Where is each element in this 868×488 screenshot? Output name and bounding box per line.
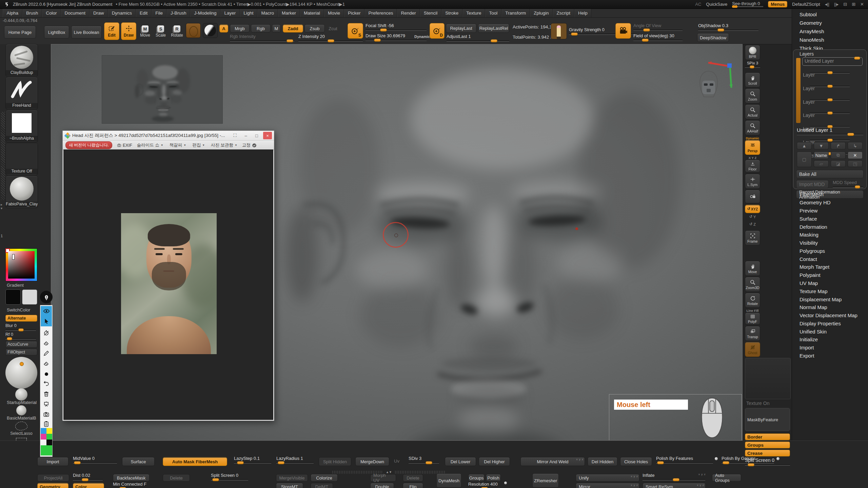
swatch-magenta[interactable] [41, 434, 46, 440]
deep-shadow-button[interactable]: DeepShadow [697, 33, 729, 42]
zadd-button[interactable]: Zadd [283, 24, 303, 33]
swatch-black[interactable] [46, 440, 52, 445]
lazyradius-handle[interactable] [278, 461, 284, 464]
morph-uv-button[interactable]: Morph UV [370, 474, 396, 482]
lazyradius-slider[interactable]: LazyRadius 1 [276, 456, 314, 464]
ref-window-titlebar[interactable]: Head 사진 레퍼런스 > 49217dd52f7d7b542151af3f2… [63, 131, 274, 141]
double-button[interactable]: Double [370, 483, 394, 488]
layer-intensity-handle[interactable] [827, 139, 833, 142]
min-connected-slider[interactable]: Min Connected F [113, 482, 150, 488]
project-all-button[interactable]: ProjectAll [37, 474, 69, 482]
z-intensity-handle[interactable] [328, 39, 334, 42]
palette-list-item[interactable]: Displacement Map [792, 295, 868, 303]
menu-item[interactable]: Picker [344, 9, 365, 17]
layer-name-button[interactable]: Name [814, 151, 829, 159]
rgb-intensity-slider[interactable]: Rgb Intensity [230, 34, 294, 42]
startup-material-label[interactable]: StartupMaterial [5, 400, 37, 405]
ref-maximize-icon[interactable]: □ [252, 132, 261, 139]
home-page-button[interactable]: Home Page [4, 26, 36, 39]
obj-shadow-handle[interactable] [717, 28, 724, 32]
menus-button[interactable]: Menus [768, 1, 787, 7]
material-thumb[interactable]: FabioPaiva_Clay2 [5, 176, 38, 208]
rf-handle[interactable] [7, 337, 12, 340]
palette-list-item[interactable]: FiberMesh [792, 190, 868, 199]
border-button[interactable]: Border [745, 433, 790, 440]
see-through-handle[interactable] [732, 5, 737, 8]
menu-item[interactable]: J-Modeling [190, 9, 220, 17]
mask-by-feature-button[interactable]: MaskByFeature [745, 408, 790, 431]
rotate-button[interactable]: RRotate [170, 23, 184, 40]
minimize-icon[interactable]: ⊟ [843, 2, 847, 7]
palette-section[interactable]: Subtool [792, 10, 868, 19]
aahalf-button[interactable]: AAHalf [745, 120, 760, 135]
inflate-slider[interactable]: Inflate [643, 473, 705, 481]
layer-down-button[interactable]: ▼ [814, 142, 829, 149]
restore-icon[interactable]: ⊞ [852, 2, 855, 7]
switch-color-button[interactable]: SwitchColor [5, 307, 37, 313]
resolution-mode-dot[interactable] [504, 482, 507, 484]
polyf-button[interactable]: PolyF [745, 312, 760, 325]
bpr-button[interactable]: BPR [745, 45, 760, 60]
menu-item[interactable]: Zscript [553, 9, 574, 17]
replay-last-button[interactable]: ReplayLast [446, 24, 476, 33]
dynamesh-button[interactable]: DynaMesh [436, 473, 461, 488]
menu-item[interactable]: Preferences [364, 9, 397, 17]
rot-z-button[interactable]: ↺Z [745, 222, 760, 226]
crease-button[interactable]: Crease [745, 450, 790, 456]
menu-item[interactable]: Alpha [3, 9, 22, 17]
inflate-handle[interactable] [673, 478, 679, 481]
lightbox-button[interactable]: LightBox [44, 26, 69, 39]
reference-viewer-window[interactable]: Head 사진 레퍼런스 > 49217dd52f7d7b542151af3f2… [62, 130, 274, 421]
menu-item[interactable]: Zplugin [530, 9, 553, 17]
palette-list-item[interactable]: Export [792, 352, 868, 360]
layer-record-bar[interactable] [796, 58, 801, 123]
edit-button[interactable]: Edit [104, 22, 119, 40]
palette-list-item[interactable]: Polypaint [792, 271, 868, 279]
menu-item[interactable]: Dynamics [108, 9, 136, 17]
polish-features-mode-dot[interactable] [715, 457, 718, 460]
flip-button[interactable]: Flip [403, 483, 423, 488]
delete-button-2[interactable]: Delete [403, 474, 423, 482]
ref-window-content[interactable] [63, 149, 273, 420]
palette-list-item[interactable]: Morph Target [792, 263, 868, 271]
see-through-track[interactable] [732, 6, 763, 7]
draw-size-handle[interactable] [374, 39, 381, 42]
layer-row[interactable]: Layer [802, 99, 863, 107]
dynamic-label[interactable]: Dynamic [414, 35, 430, 39]
gravity-pencil-thumb[interactable] [551, 23, 567, 39]
menu-item[interactable]: Render [397, 9, 420, 17]
spix-slider[interactable]: SPix 3 [745, 61, 760, 68]
del-lower-button[interactable]: Del Lower [445, 457, 476, 466]
zoom3d-button[interactable]: Zoom3D [745, 277, 760, 292]
shelf-expand-arrows[interactable]: ▸▾ [1, 203, 2, 210]
actual-button[interactable]: Actual [745, 104, 760, 119]
palette-list-item[interactable]: Surface [792, 215, 868, 223]
layer-copy-button[interactable]: ▱ [814, 160, 829, 167]
layer-new-button[interactable]: ▢ [797, 151, 812, 167]
ref-window-menu[interactable]: 슬라이드 쇼▼ [137, 142, 163, 148]
lsym-button[interactable]: L.Sym [745, 174, 760, 189]
dock-left-icon[interactable]: ◂|| [825, 2, 829, 7]
palette-list-item[interactable]: Contact [792, 255, 868, 263]
gradient-label[interactable]: Gradient [5, 282, 37, 288]
palette-list-item[interactable]: Preview [792, 207, 868, 215]
secondary-color-swatch[interactable] [22, 289, 37, 305]
select-lasso-tool[interactable]: SelectLasso [5, 421, 37, 436]
menu-item[interactable]: Stencil [420, 9, 441, 17]
mrgb-button[interactable]: Mrgb [230, 24, 250, 33]
delete-button[interactable] [41, 389, 52, 399]
qxyz-button[interactable]: ↺XYZ [745, 205, 760, 213]
snapshot-button[interactable] [41, 409, 52, 419]
draw-button[interactable]: Draw [121, 22, 136, 40]
mdd-speed-slider[interactable]: MDD Speed [833, 180, 863, 188]
ref-window-menu[interactable]: 책갈피▼ [170, 142, 186, 148]
left-scroll-strip[interactable] [1, 112, 5, 200]
texture-thumb[interactable]: Texture Off [5, 143, 38, 176]
undo-button[interactable] [41, 378, 52, 388]
split-hidden-button[interactable]: Split Hidden [319, 457, 351, 466]
frame-button[interactable]: Frame [745, 230, 760, 245]
lazystep-handle[interactable] [237, 461, 244, 464]
split-screen-row2-slider[interactable]: Split Screen 0 [211, 473, 248, 481]
smart-resym-button[interactable]: Smart ReSymx y z [643, 483, 706, 488]
floor-axes-label[interactable]: X Y Z [745, 156, 760, 160]
